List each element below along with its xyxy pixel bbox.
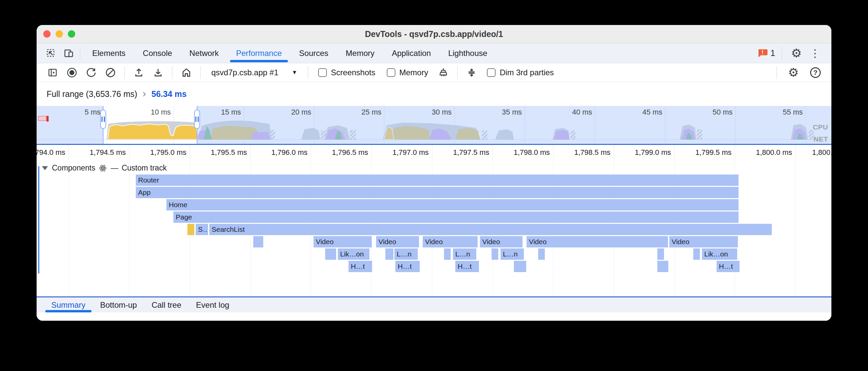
clear-icon[interactable] xyxy=(102,65,119,80)
ruler-tick-line xyxy=(371,145,372,160)
flame-bar-searchlist[interactable]: SearchList xyxy=(209,224,772,235)
dim-3rd-parties-checkbox[interactable]: Dim 3rd parties xyxy=(482,68,558,77)
flame-bar[interactable] xyxy=(385,249,393,260)
ruler-tick-line xyxy=(796,145,796,160)
close-window-button[interactable] xyxy=(43,30,51,38)
overview-tick-label: 30 ms xyxy=(402,108,452,117)
flame-bar-home[interactable]: Home xyxy=(166,199,739,210)
flame-bar[interactable] xyxy=(514,261,526,272)
inspect-icon[interactable] xyxy=(43,46,59,61)
flame-bar-ht[interactable]: H…t xyxy=(395,261,420,272)
details-tab-summary[interactable]: Summary xyxy=(44,297,93,312)
timeline-overview[interactable]: CPU NET 5 ms10 ms15 ms20 ms25 ms30 ms35 … xyxy=(37,106,831,144)
ruler-tick-line xyxy=(674,145,675,160)
overview-tick-label: 35 ms xyxy=(472,108,522,117)
gc-icon[interactable] xyxy=(435,65,452,80)
details-tab-call-tree[interactable]: Call tree xyxy=(144,297,188,312)
flame-bar-st[interactable]: S…t xyxy=(196,224,208,235)
flame-bar-video[interactable]: Video xyxy=(313,236,372,248)
breadcrumb-selection[interactable]: 56.34 ms xyxy=(151,89,187,99)
checkbox-box xyxy=(487,68,496,77)
flame-bar-ht[interactable]: H…t xyxy=(455,261,479,272)
ruler-tick-label: 1,800.5 ms xyxy=(812,148,831,157)
flame-bar-video[interactable]: Video xyxy=(669,236,738,248)
home-icon[interactable] xyxy=(178,65,195,80)
flame-bar[interactable] xyxy=(693,249,700,260)
kebab-menu-icon[interactable]: ⋮ xyxy=(807,46,823,61)
flame-bar-ht[interactable]: H…t xyxy=(717,261,740,272)
reload-record-icon[interactable] xyxy=(83,65,100,80)
download-icon[interactable] xyxy=(149,65,167,80)
flame-bar-likon[interactable]: Lik…on xyxy=(338,249,369,260)
issues-counter[interactable]: ! 1 xyxy=(757,48,775,58)
screenshots-label: Screenshots xyxy=(331,68,375,77)
flame-bar-ln[interactable]: L…n xyxy=(501,249,524,260)
gear-icon[interactable]: ⚙ xyxy=(789,46,804,61)
zoom-window-button[interactable] xyxy=(68,30,75,38)
tab-network[interactable]: Network xyxy=(181,43,227,63)
flame-bar-ln[interactable]: L…n xyxy=(453,249,476,260)
divider xyxy=(80,47,80,60)
ruler-tick-label: 1,798.0 ms xyxy=(514,148,550,157)
collapse-triangle-icon[interactable] xyxy=(42,166,48,170)
cpu-lane-label: CPU xyxy=(813,123,828,131)
flame-chart[interactable]: Components — Custom track RouterAppHomeP… xyxy=(37,160,831,296)
track-header[interactable]: Components — Custom track xyxy=(42,164,167,172)
flame-bar[interactable] xyxy=(325,249,336,260)
record-icon[interactable] xyxy=(63,65,81,80)
divider xyxy=(782,47,782,60)
panel-toggle-icon[interactable] xyxy=(44,65,61,80)
tab-memory[interactable]: Memory xyxy=(337,43,383,63)
flame-bar[interactable] xyxy=(444,249,451,260)
divider xyxy=(172,66,173,79)
tab-sources[interactable]: Sources xyxy=(290,43,337,63)
ruler-tick-line xyxy=(553,145,554,160)
overview-tick-label: 55 ms xyxy=(753,108,803,117)
tab-console[interactable]: Console xyxy=(134,43,181,63)
flame-bar-video[interactable]: Video xyxy=(527,236,668,248)
tab-lighthouse[interactable]: Lighthouse xyxy=(440,43,496,63)
flame-bar-ht[interactable]: H…t xyxy=(348,261,372,272)
device-toolbar-icon[interactable] xyxy=(61,46,76,61)
window-title: DevTools - qsvd7p.csb.app/video/1 xyxy=(365,29,503,39)
memory-checkbox[interactable]: Memory xyxy=(382,68,433,77)
issues-count: 1 xyxy=(771,48,775,58)
breadcrumb-full-range[interactable]: Full range (3,653.76 ms) xyxy=(46,89,137,99)
tab-elements[interactable]: Elements xyxy=(84,43,134,63)
minimize-window-button[interactable] xyxy=(56,30,63,38)
flame-bar[interactable] xyxy=(538,249,545,260)
ruler-tick-line xyxy=(614,145,614,160)
selection-handle-right[interactable] xyxy=(194,110,200,129)
flame-bar[interactable] xyxy=(657,261,668,272)
details-tab-bottom-up[interactable]: Bottom-up xyxy=(93,297,145,312)
flame-row: H…tH…tH…tH…t xyxy=(37,261,831,272)
details-tab-event-log[interactable]: Event log xyxy=(189,297,237,312)
flame-bar-video[interactable]: Video xyxy=(423,236,477,248)
flame-bar-app[interactable]: App xyxy=(136,187,739,198)
flame-bar[interactable] xyxy=(253,236,263,248)
flame-bar[interactable] xyxy=(187,224,194,235)
flame-bar-video[interactable]: Video xyxy=(376,236,419,248)
flame-bar[interactable] xyxy=(492,249,498,260)
capture-settings-gear-icon[interactable]: ⚙ xyxy=(785,65,802,80)
flame-row: Lik…onL…nL…nL…nLik…on xyxy=(37,249,831,260)
help-icon[interactable]: ? xyxy=(807,65,824,80)
selection-handle-left[interactable] xyxy=(100,110,106,129)
flame-bar-page[interactable]: Page xyxy=(174,211,739,223)
ruler-tick-line xyxy=(432,145,432,160)
flame-bar-likon[interactable]: Lik…on xyxy=(702,249,737,260)
flame-bar-router[interactable]: Router xyxy=(136,174,739,186)
target-selector[interactable]: qsvd7p.csb.app #1 ▼ xyxy=(206,68,303,77)
flame-bar[interactable] xyxy=(657,249,664,260)
tab-application[interactable]: Application xyxy=(383,43,439,63)
fit-window-icon[interactable] xyxy=(463,65,480,80)
flame-row: Page xyxy=(37,211,831,223)
flame-bar-ln[interactable]: L…n xyxy=(394,249,418,260)
timeline-ruler: 1,794.0 ms1,794.5 ms1,795.0 ms1,795.5 ms… xyxy=(37,144,831,160)
ruler-tick-label: 1,797.5 ms xyxy=(453,148,489,157)
upload-icon[interactable] xyxy=(130,65,148,80)
screenshots-checkbox[interactable]: Screenshots xyxy=(313,68,380,77)
flame-row: App xyxy=(37,187,831,198)
tab-performance[interactable]: Performance xyxy=(227,43,290,63)
flame-bar-video[interactable]: Video xyxy=(480,236,523,248)
